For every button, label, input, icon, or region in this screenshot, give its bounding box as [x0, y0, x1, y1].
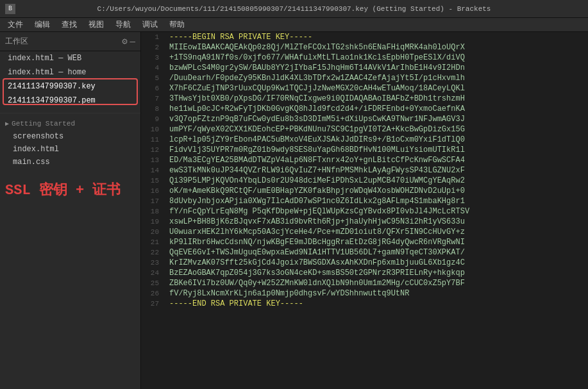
line-text: kP9lIRbr6HwcCdsnNQ/njwKBgFE9mJDBcHggRraE… [164, 237, 465, 247]
sidebar-file-key[interactable]: 214111347990307.key [0, 79, 140, 94]
line-text: ewS3TkMNk0uJP344QVZrRLW9i6QvIuZ7+HNfnPMS… [164, 165, 465, 176]
app-icon: B [5, 4, 15, 14]
line-number: 18 [141, 206, 164, 217]
line-number: 23 [141, 258, 164, 268]
code-line: 73THwsYjbt0XB0/pXpsDG/IF70RNqCIxgwe9i0QI… [141, 94, 588, 104]
line-text: fV/Ryj8LxNcmXrKLjn6a1p0Nmjp0dhgsvF/wYDSh… [164, 288, 409, 299]
code-line: 10umPYF/qWyeX02CXX1KDEohcEP+PBKdNUnu7SC9… [141, 124, 588, 135]
code-line: 11lcpR+lp05jZY9rEbon4PAC5uBMxoV4EuXJSAkJ… [141, 135, 588, 145]
line-number: 26 [141, 288, 164, 299]
line-text: bzwWPLcS4M0gr2ySW/BAUb8YY2jIYbaF15JhqHm6… [164, 63, 465, 73]
collapse-icon[interactable]: — [130, 37, 135, 47]
code-line: 25ZBKe6IVi7bz0UW/Qq0y+W252ZMnKW0ldnXQlbN… [141, 278, 588, 288]
sidebar-index-html[interactable]: index.html [0, 143, 140, 156]
line-text: Qi39P5LMPjKQVOn4YbqLDs0r2U948dciMeFiPDhS… [164, 176, 465, 186]
menu-bar: 文件编辑查找视图导航调试帮助 [0, 18, 588, 32]
code-line: 9v3Q7opFZtznP9qB7uFCw0ydEu8b3sD3DImM5i+d… [141, 114, 588, 124]
line-number: 3 [141, 53, 164, 63]
line-text: BzEZAoGBAK7qpZ054j3G7ks3oGN4ceKD+smsBS50… [164, 268, 465, 278]
line-text: 3THwsYjbt0XB0/pXpsDG/IF70RNqCIxgwe9i0QID… [164, 94, 465, 104]
line-text: fY/nFcQpYLrEqN8Mg P5qKfDbpeW+pjEQlWUpKzs… [164, 206, 469, 217]
code-line: 27-----END RSA PRIVATE KEY----- [141, 299, 588, 309]
code-line: 19xswLP+BH8BjK6zBJqvxF7xAB3id9bvRth6Rjp+… [141, 217, 588, 227]
sidebar-header: 工作区 ⚙ — [0, 32, 140, 51]
code-line: 24BzEZAoGBAK7qpZ054j3G7ks3oGN4ceKD+smsBS… [141, 268, 588, 278]
title-bar: B C:/Users/wuyou/Documents/111/214150805… [0, 0, 588, 18]
line-text: +1TS9nqA91N7f0s/0xjfo677/WHAfulxMtLTLao1… [164, 53, 465, 63]
line-text: he11wLp0cJC+R2wFyTjDKb0GvgKQ8hJld9fcd2d4… [164, 104, 465, 114]
section-arrow: ▶ [5, 120, 9, 128]
code-line: 3+1TS9nqA91N7f0s/0xjfo677/WHAfulxMtLTLao… [141, 53, 588, 63]
line-text: FidvVlj35UYPR7m0RgZ01b9wdy8SES8uYapGh68B… [164, 145, 465, 155]
line-text: -----END RSA PRIVATE KEY----- [164, 299, 303, 309]
sidebar: 工作区 ⚙ — index.html — WEB index.html — ho… [0, 32, 141, 389]
code-line: 2MIIEowIBAAKCAQEAkQp0z8Qj/MlZTeFCOxlTG2s… [141, 42, 588, 53]
line-text: KrIZMvzAK07Sfft25kGjCd4Jgoix7BWSGDXAsxAh… [164, 258, 465, 268]
code-line: 4bzwWPLcS4M0gr2ySW/BAUb8YY2jIYbaF15JhqHm… [141, 63, 588, 73]
code-editor[interactable]: 1-----BEGIN RSA PRIVATE KEY-----2MIIEowI… [141, 32, 588, 389]
line-number: 2 [141, 42, 164, 53]
line-text: /DuuDearh/F0pdeZy95KBnJldK4XL3bTDfx2w1ZA… [164, 73, 465, 83]
menu-item-查找[interactable]: 查找 [56, 18, 82, 31]
code-line: 20U0wuarxHEK2lhY6kMcp50A3cjYceHe4/Pce+mZ… [141, 227, 588, 237]
line-text: X7hF6CZuEjTNP3rUuxCQUp9Kw1TQCJjJzNweMGX2… [164, 83, 465, 94]
menu-item-导航[interactable]: 导航 [110, 18, 136, 31]
line-number: 20 [141, 227, 164, 237]
line-number: 4 [141, 63, 164, 73]
line-text: MIIEowIBAAKCAQEAkQp0z8Qj/MlZTeFCOxlTG2sh… [164, 42, 465, 53]
line-text: QqEVE6GvI+TWSJmUguqE0wpxaEwd9NIA1HTTV1UB… [164, 247, 465, 258]
gear-icon[interactable]: ⚙ [122, 36, 127, 47]
line-text: 8dUvbyJnbjoxAPjia0XWg7IlcAdD07wSP1nc0Z6I… [164, 196, 465, 206]
code-line: 178dUvbyJnbjoxAPjia0XWg7IlcAdD07wSP1nc0Z… [141, 196, 588, 206]
menu-item-视图[interactable]: 视图 [83, 18, 109, 31]
line-text: -----BEGIN RSA PRIVATE KEY----- [164, 32, 312, 42]
line-number: 12 [141, 145, 164, 155]
sidebar-main-css[interactable]: main.css [0, 156, 140, 169]
menu-item-文件[interactable]: 文件 [3, 18, 28, 31]
code-content: 1-----BEGIN RSA PRIVATE KEY-----2MIIEowI… [141, 32, 588, 309]
code-line: 13ED/Ma3ECgYEA25BMAdDTWZpV4aLp6N8FTxnrx4… [141, 155, 588, 165]
line-number: 14 [141, 165, 164, 176]
line-number: 16 [141, 186, 164, 196]
code-line: 21kP9lIRbr6HwcCdsnNQ/njwKBgFE9mJDBcHggRr… [141, 237, 588, 247]
code-line: 12FidvVlj35UYPR7m0RgZ01b9wdy8SES8uYapGh6… [141, 145, 588, 155]
getting-started-section[interactable]: ▶ Getting Started [0, 117, 140, 130]
code-line: 22QqEVE6GvI+TWSJmUguqE0wpxaEwd9NIA1HTTV1… [141, 247, 588, 258]
code-line: 23KrIZMvzAK07Sfft25kGjCd4Jgoix7BWSGDXAsx… [141, 258, 588, 268]
sidebar-title: 工作区 [5, 36, 119, 47]
code-line: 26fV/Ryj8LxNcmXrKLjn6a1p0Nmjp0dhgsvF/wYD… [141, 288, 588, 299]
sidebar-file-pem[interactable]: 214111347990307.pem [0, 94, 140, 108]
line-number: 10 [141, 124, 164, 135]
code-line: 8he11wLp0cJC+R2wFyTjDKb0GvgKQ8hJld9fcd2d… [141, 104, 588, 114]
line-number: 11 [141, 135, 164, 145]
line-number: 22 [141, 247, 164, 258]
line-number: 6 [141, 83, 164, 94]
menu-item-调试[interactable]: 调试 [137, 18, 163, 31]
sidebar-file-index-home[interactable]: index.html — home [0, 65, 140, 79]
window-title: C:/Users/wuyou/Documents/111/21415080599… [0, 5, 588, 13]
sidebar-file-index-web[interactable]: index.html — WEB [0, 51, 140, 65]
code-line: 18fY/nFcQpYLrEqN8Mg P5qKfDbpeW+pjEQlWUpK… [141, 206, 588, 217]
line-number: 21 [141, 237, 164, 247]
line-number: 24 [141, 268, 164, 278]
line-number: 19 [141, 217, 164, 227]
menu-item-编辑[interactable]: 编辑 [29, 18, 55, 31]
sidebar-screenshots[interactable]: screenshots [0, 130, 140, 143]
ssl-label: SSL 密钥 + 证书 [0, 172, 140, 202]
code-line: 14ewS3TkMNk0uJP344QVZrRLW9i6QvIuZ7+HNfnP… [141, 165, 588, 176]
line-number: 15 [141, 176, 164, 186]
circled-files-group: 214111347990307.key 214111347990307.pem [0, 79, 140, 108]
line-number: 13 [141, 155, 164, 165]
line-number: 8 [141, 104, 164, 114]
menu-item-帮助[interactable]: 帮助 [164, 18, 190, 31]
line-number: 7 [141, 94, 164, 104]
line-text: ZBKe6IVi7bz0UW/Qq0y+W252ZMnKW0ldnXQlbN9h… [164, 278, 465, 288]
line-number: 25 [141, 278, 164, 288]
line-text: xswLP+BH8BjK6zBJqvxF7xAB3id9bvRth6Rjp+jh… [164, 217, 465, 227]
line-number: 1 [141, 32, 164, 42]
line-text: lcpR+lp05jZY9rEbon4PAC5uBMxoV4EuXJSAkJJd… [164, 135, 465, 145]
main-layout: 工作区 ⚙ — index.html — WEB index.html — ho… [0, 32, 588, 389]
sidebar-bottom: ▶ Getting Started screenshots index.html… [0, 113, 140, 172]
line-number: 27 [141, 299, 164, 309]
code-line: 16oK/m+AmeKBkQ9RCtQF/umE0BHapYZK0fakBhpj… [141, 186, 588, 196]
